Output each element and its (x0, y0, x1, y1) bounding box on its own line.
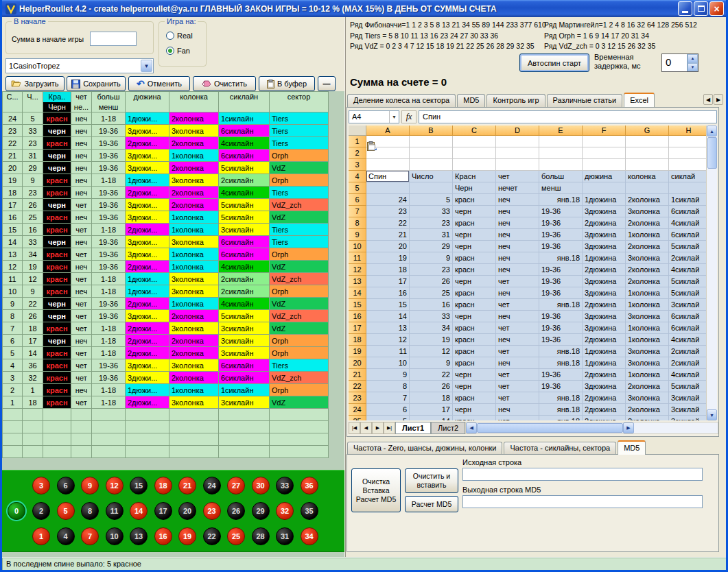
excel-cell-A19[interactable]: 11 (366, 346, 410, 357)
excel-cell-B19[interactable]: 12 (410, 346, 453, 357)
excel-row-header-9[interactable]: 9 (349, 229, 366, 241)
excel-cell-B22[interactable]: 26 (410, 381, 453, 392)
excel-row-header-13[interactable]: 13 (349, 276, 366, 287)
excel-cell-C19[interactable]: красн (453, 346, 496, 357)
excel-cell-E17[interactable]: 19-36 (539, 322, 583, 334)
excel-cell-C12[interactable]: красн (453, 264, 496, 276)
excel-cell-A9[interactable]: 21 (366, 229, 410, 241)
excel-cell-G19[interactable]: 3колонка (626, 346, 669, 357)
excel-cell-B3[interactable] (410, 159, 453, 171)
excel-cell-A18[interactable]: 12 (366, 334, 410, 346)
excel-cell-E24[interactable]: янв.18 (539, 404, 583, 416)
board-number-10[interactable]: 10 (106, 527, 124, 545)
board-number-11[interactable]: 11 (106, 502, 124, 520)
board-number-6[interactable]: 6 (57, 477, 75, 494)
excel-cell-D21[interactable]: чет (496, 369, 539, 381)
excel-cell-C13[interactable]: черн (453, 276, 496, 287)
excel-cell-B8[interactable]: 23 (410, 217, 453, 229)
excel-cell-H8[interactable]: 4сиклай (669, 217, 707, 229)
excel-cell-C17[interactable]: красн (453, 322, 496, 334)
dropdown-arrow-icon[interactable]: ▼ (141, 60, 152, 72)
excel-cell-B20[interactable]: 9 (410, 357, 453, 369)
excel-cell-D23[interactable]: чет (496, 392, 539, 404)
excel-cell-D1[interactable] (496, 136, 539, 147)
excel-cell-E14[interactable]: 19-36 (539, 287, 583, 299)
spinner-up-button[interactable]: ▲ (688, 54, 698, 63)
excel-cell-C23[interactable]: красн (453, 392, 496, 404)
board-number-9[interactable]: 9 (81, 477, 99, 494)
excel-cell-G13[interactable]: 2колонка (626, 276, 669, 287)
excel-cell-A15[interactable]: 15 (366, 299, 410, 311)
excel-cell-H20[interactable]: 2сиклай (669, 357, 707, 369)
excel-cell-B10[interactable]: 29 (410, 241, 453, 252)
excel-cell-D13[interactable]: чет (496, 276, 539, 287)
excel-row-header-10[interactable]: 10 (349, 241, 366, 252)
board-number-25[interactable]: 25 (227, 527, 245, 545)
board-number-1[interactable]: 1 (32, 527, 50, 545)
excel-cell-E16[interactable]: 19-36 (539, 311, 583, 322)
excel-cell-B9[interactable]: 31 (410, 229, 453, 241)
excel-cell-G8[interactable]: 2колонка (626, 217, 669, 229)
sheet-tab-list2[interactable]: Лист2 (431, 422, 465, 434)
board-number-13[interactable]: 13 (130, 527, 148, 545)
excel-cell-F25[interactable]: 2дюжина (583, 416, 626, 420)
tab-freq-zero-chances[interactable]: Частота - Zero, шансы, дюжины, колонки (347, 442, 502, 455)
excel-cell-B7[interactable]: 33 (410, 206, 453, 217)
excel-cell-H2[interactable] (669, 147, 707, 159)
excel-cell-F1[interactable] (583, 136, 626, 147)
excel-cell-C7[interactable]: черн (453, 206, 496, 217)
excel-cell-A21[interactable]: 9 (366, 369, 410, 381)
excel-cell-B24[interactable]: 17 (410, 404, 453, 416)
excel-cell-G16[interactable]: 3колонка (626, 311, 669, 322)
excel-cell-G18[interactable]: 1колонка (626, 334, 669, 346)
tab-md5-bottom[interactable]: MD5 (618, 440, 646, 455)
excel-row-header-7[interactable]: 7 (349, 206, 366, 217)
excel-cell-A4[interactable]: Спин (366, 171, 410, 182)
excel-cell-A5[interactable] (366, 182, 410, 194)
excel-row-header-5[interactable]: 5 (349, 182, 366, 194)
excel-cell-A14[interactable]: 16 (366, 287, 410, 299)
excel-cell-H24[interactable]: 3сиклай (669, 404, 707, 416)
board-number-3[interactable]: 3 (32, 477, 50, 494)
excel-cell-E21[interactable]: 19-36 (539, 369, 583, 381)
excel-row-header-4[interactable]: 4 (349, 171, 366, 182)
spinner-down-button[interactable]: ▼ (688, 63, 698, 72)
excel-row-header-17[interactable]: 17 (349, 322, 366, 334)
sheet-nav-last-icon[interactable]: ▶| (384, 422, 395, 434)
excel-cell-F22[interactable]: 3дюжина (583, 381, 626, 392)
excel-cell-H11[interactable]: 2сиклай (669, 252, 707, 264)
board-number-2[interactable]: 2 (32, 502, 50, 520)
excel-cell-B23[interactable]: 18 (410, 392, 453, 404)
excel-cell-A24[interactable]: 6 (366, 404, 410, 416)
excel-cell-G4[interactable]: колонка (626, 171, 669, 182)
excel-row-header-21[interactable]: 21 (349, 369, 366, 381)
excel-cell-D11[interactable]: неч (496, 252, 539, 264)
sheet-tab-list1[interactable]: Лист1 (395, 422, 431, 434)
excel-cell-C9[interactable]: черн (453, 229, 496, 241)
excel-col-header-F[interactable]: F (583, 126, 626, 136)
excel-cell-G20[interactable]: 3колонка (626, 357, 669, 369)
excel-cell-B16[interactable]: 33 (410, 311, 453, 322)
excel-row-header-2[interactable]: 2 (349, 147, 366, 159)
vscroll-thumb[interactable] (707, 137, 717, 169)
excel-cell-F5[interactable] (583, 182, 626, 194)
excel-cell-G14[interactable]: 1колонка (626, 287, 669, 299)
excel-cell-C1[interactable] (453, 136, 496, 147)
excel-cell-G21[interactable]: 1колонка (626, 369, 669, 381)
excel-cell-F14[interactable]: 3дюжина (583, 287, 626, 299)
excel-cell-G15[interactable]: 1колонка (626, 299, 669, 311)
excel-cell-F20[interactable]: 1дюжина (583, 357, 626, 369)
excel-cell-E5[interactable]: менш (539, 182, 583, 194)
excel-cell-G10[interactable]: 2колонка (626, 241, 669, 252)
excel-cell-F3[interactable] (583, 159, 626, 171)
excel-cell-F9[interactable]: 3дюжина (583, 229, 626, 241)
board-number-35[interactable]: 35 (301, 502, 318, 520)
save-button[interactable]: Сохранить (67, 76, 126, 91)
excel-row-header-14[interactable]: 14 (349, 287, 366, 299)
excel-cell-B11[interactable]: 9 (410, 252, 453, 264)
excel-cell-H21[interactable]: 4сиклай (669, 369, 707, 381)
excel-cell-C2[interactable] (453, 147, 496, 159)
excel-cell-G9[interactable]: 1колонка (626, 229, 669, 241)
excel-cell-H17[interactable]: 6сиклай (669, 322, 707, 334)
excel-cell-E18[interactable]: 19-36 (539, 334, 583, 346)
